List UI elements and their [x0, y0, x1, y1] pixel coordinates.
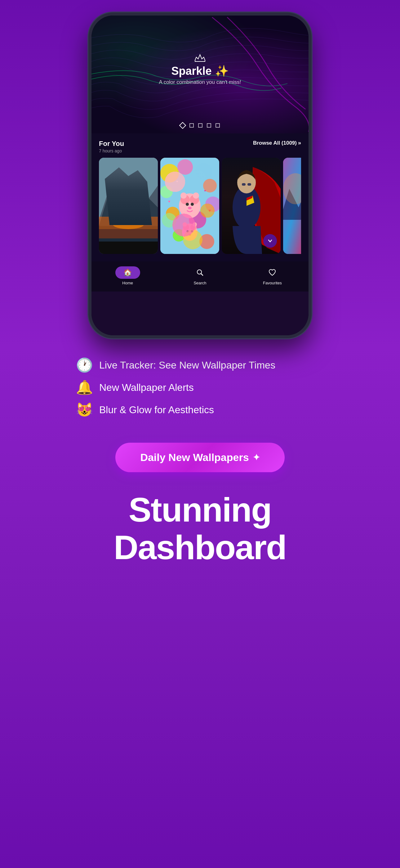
big-title-section: Stunning Dashboard: [101, 491, 299, 566]
bottom-navigation: 🏠 Home Search: [92, 261, 308, 291]
svg-point-17: [189, 211, 206, 228]
cta-button[interactable]: Daily New Wallpapers ✦: [115, 443, 284, 472]
wallpaper-card-kawaii[interactable]: ♥ ♥ ✦ ✦: [160, 158, 219, 254]
carousel-dot-2[interactable]: [190, 123, 194, 128]
svg-point-12: [195, 163, 212, 180]
feature-item-3: 😻 Blur & Glow for Aesthetics: [76, 402, 324, 418]
svg-point-31: [182, 222, 187, 227]
nav-search-label: Search: [194, 281, 206, 285]
carousel-dot-5[interactable]: [215, 123, 220, 128]
feature-emoji-3: 😻: [76, 402, 93, 418]
phone-screen: Sparkle ✨ A color combination you can't …: [92, 16, 308, 335]
svg-text:♥: ♥: [208, 208, 211, 213]
feature-text-3: Blur & Glow for Aesthetics: [99, 404, 214, 416]
nav-item-favourites[interactable]: Favourites: [236, 266, 308, 285]
browse-all-button[interactable]: Browse All (1009) »: [253, 140, 301, 146]
nav-favourites-icon-wrap: [264, 266, 281, 279]
hero-title: Sparkle ✨: [171, 65, 229, 78]
svg-point-11: [177, 159, 193, 175]
svg-point-16: [166, 207, 179, 220]
nav-item-search[interactable]: Search: [164, 266, 236, 285]
wallpaper-grid: ♥ ♥ ✦ ✦: [99, 158, 301, 258]
feature-emoji-2: 🔔: [76, 379, 93, 396]
crown-icon: [194, 53, 206, 65]
hero-banner: Sparkle ✨ A color combination you can't …: [92, 16, 308, 133]
carousel-dots: [180, 123, 220, 128]
svg-point-24: [193, 192, 199, 199]
svg-point-18: [173, 229, 185, 242]
svg-point-21: [180, 195, 190, 204]
svg-point-7: [113, 220, 144, 229]
wallpaper-more-button[interactable]: [263, 234, 277, 248]
svg-point-27: [188, 207, 192, 209]
svg-rect-6: [99, 229, 158, 239]
volume-up-button: [88, 78, 89, 99]
power-button: [311, 93, 312, 124]
for-you-header: For You 7 hours ago Browse All (1009) »: [99, 140, 301, 153]
carousel-dot-1[interactable]: [179, 122, 186, 129]
volume-down-button: [88, 105, 89, 127]
svg-rect-47: [247, 183, 251, 186]
svg-text:♥: ♥: [168, 199, 170, 204]
for-you-section: For You 7 hours ago Browse All (1009) »: [92, 133, 308, 261]
svg-point-15: [205, 196, 219, 212]
phone-mockup: Sparkle ✨ A color combination you can't …: [88, 12, 312, 338]
svg-point-20: [179, 193, 201, 218]
wallpaper-card-superman[interactable]: [222, 158, 280, 254]
nav-home-label: Home: [122, 281, 133, 285]
feature-item-2: 🔔 New Wallpaper Alerts: [76, 379, 324, 396]
svg-point-22: [190, 195, 199, 204]
nav-favourites-label: Favourites: [263, 281, 282, 285]
for-you-title: For You: [99, 140, 124, 148]
svg-point-26: [191, 203, 194, 206]
big-title-line1: Stunning Dashboard: [114, 491, 287, 566]
wallpaper-mountain-img: [99, 158, 158, 254]
svg-point-29: [183, 224, 189, 230]
svg-point-23: [180, 192, 187, 199]
big-title-line1-text: Stunning: [129, 491, 272, 529]
svg-point-28: [182, 223, 198, 241]
wallpaper-card-partial[interactable]: [283, 158, 301, 254]
for-you-time: 7 hours ago: [99, 148, 124, 153]
nav-search-icon-wrap: [191, 266, 209, 279]
features-section: 🕐 Live Tracker: See New Wallpaper Times …: [76, 357, 324, 424]
cta-section: Daily New Wallpapers ✦: [115, 443, 284, 472]
nav-item-home[interactable]: 🏠 Home: [92, 266, 164, 285]
svg-point-32: [193, 222, 197, 227]
svg-point-13: [203, 179, 217, 192]
svg-rect-46: [242, 183, 245, 186]
feature-text-1: Live Tracker: See New Wallpaper Times: [99, 360, 275, 371]
svg-text:✦: ✦: [204, 189, 206, 192]
wallpaper-card-mountain[interactable]: [99, 158, 158, 254]
wallpaper-more-img: [283, 158, 301, 254]
cta-label: Daily New Wallpapers: [140, 452, 249, 464]
feature-item-1: 🕐 Live Tracker: See New Wallpaper Times: [76, 357, 324, 373]
carousel-dot-3[interactable]: [198, 123, 202, 128]
phone-frame: Sparkle ✨ A color combination you can't …: [88, 12, 312, 338]
svg-point-25: [186, 203, 189, 206]
wallpaper-kawaii-img: ♥ ♥ ✦ ✦: [160, 158, 219, 254]
feature-text-2: New Wallpaper Alerts: [99, 382, 194, 393]
browse-all-label: Browse All (1009): [253, 140, 297, 146]
svg-point-34: [191, 230, 193, 232]
carousel-dot-4[interactable]: [207, 123, 211, 128]
svg-point-30: [190, 224, 197, 230]
home-icon: 🏠: [124, 269, 132, 277]
svg-point-14: [160, 186, 173, 198]
nav-home-icon-wrap: 🏠: [115, 266, 140, 279]
browse-chevrons-icon: »: [298, 140, 301, 146]
cta-sparkle-icon: ✦: [253, 452, 260, 463]
svg-point-19: [199, 234, 214, 249]
svg-text:✦: ✦: [176, 180, 178, 183]
heart-icon: [268, 269, 276, 277]
svg-point-10: [160, 164, 179, 183]
big-title-line2-text: Dashboard: [114, 528, 287, 566]
search-icon: [196, 269, 204, 277]
svg-rect-8: [99, 242, 158, 254]
svg-point-35: [189, 234, 191, 236]
feature-emoji-1: 🕐: [76, 357, 93, 373]
for-you-title-group: For You 7 hours ago: [99, 140, 124, 153]
svg-point-33: [187, 230, 189, 232]
svg-rect-9: [160, 158, 219, 254]
hero-subtitle: A color combination you can't miss!: [159, 79, 241, 85]
